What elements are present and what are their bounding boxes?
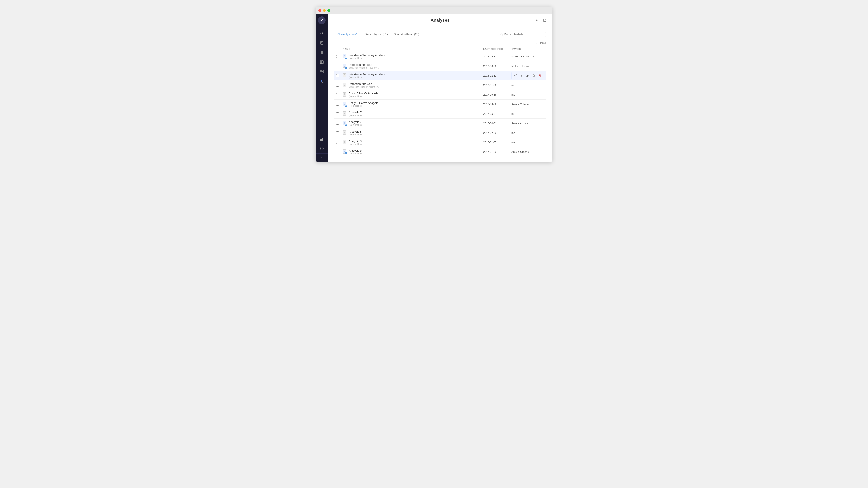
table-row[interactable]: Analysis 8 (No subtitle) 2017-02-03 me: [334, 128, 546, 138]
sidebar-item-dashboard[interactable]: [318, 68, 326, 75]
svg-rect-17: [320, 139, 321, 140]
row-date: 2017-02-03: [483, 131, 512, 134]
row-owner: me: [512, 93, 544, 96]
row-checkbox[interactable]: [336, 131, 343, 134]
doc-icon: [343, 102, 347, 107]
row-name-text: Workforce Summary Analysis (No subtitle): [349, 73, 385, 78]
table-row[interactable]: Emily O'Hara's Analysis (No subtitle) 20…: [334, 100, 546, 109]
row-name-text: Analysis 8 (No subtitle): [349, 149, 362, 155]
sidebar: V ?: [316, 14, 328, 162]
sidebar-item-help[interactable]: ?: [318, 145, 326, 153]
svg-line-44: [515, 76, 516, 76]
item-count: 51 items: [334, 41, 546, 44]
table-row[interactable]: Workforce Summary Analysis (No subtitle)…: [334, 71, 546, 80]
download-button[interactable]: [519, 73, 524, 78]
sidebar-item-list[interactable]: [318, 48, 326, 56]
page-title: Analyses: [431, 18, 450, 23]
row-checkbox[interactable]: [336, 103, 343, 106]
maximize-button[interactable]: [328, 9, 330, 12]
table-row[interactable]: Retention Analysis What is the rate of r…: [334, 61, 546, 71]
doc-icon: [343, 121, 347, 126]
row-checkbox[interactable]: [336, 93, 343, 96]
tab-all-analyses[interactable]: All Analyses (51): [334, 31, 362, 38]
svg-rect-11: [322, 62, 323, 64]
row-owner: me: [512, 131, 544, 134]
row-checkbox[interactable]: [336, 74, 343, 77]
table-row[interactable]: Emily O'Hara's Analysis (No subtitle) 20…: [334, 90, 546, 100]
content-area: All Analyses (51) Owned by me (31) Share…: [328, 27, 552, 162]
row-checkbox[interactable]: [336, 84, 343, 87]
row-name-text: Analysis 7 (No subtitle): [349, 111, 362, 117]
app-window: V ?: [316, 6, 552, 162]
page-header: Analyses +: [328, 14, 552, 27]
row-name-cell: Retention Analysis What is the rate of r…: [343, 63, 483, 69]
doc-icon: [343, 111, 347, 117]
search-input[interactable]: [504, 33, 544, 36]
svg-point-0: [320, 32, 323, 34]
tabs-row: All Analyses (51) Owned by me (31) Share…: [334, 31, 546, 38]
svg-line-43: [515, 75, 516, 75]
row-owner: Amelie Acosta: [512, 122, 544, 125]
table-row[interactable]: Analysis 9 (No subtitle) 2017-01-05 me: [334, 138, 546, 147]
row-date: 2017-08-08: [483, 103, 512, 106]
col-header-modified[interactable]: LAST MODIFIED ↑: [483, 48, 512, 50]
row-date: 2018-02-12: [483, 74, 512, 77]
tab-shared-with-me[interactable]: Shared with me (20): [391, 31, 422, 38]
row-name-cell: Analysis 8 (No subtitle): [343, 130, 483, 136]
sidebar-logo[interactable]: V: [318, 17, 326, 24]
row-name-text: Analysis 8 (No subtitle): [349, 130, 362, 136]
titlebar: [316, 6, 552, 14]
table-row[interactable]: Analysis 7 (No subtitle) 2017-05-01 me: [334, 109, 546, 119]
row-date: 2017-05-01: [483, 112, 512, 116]
row-checkbox[interactable]: [336, 55, 343, 58]
minimize-button[interactable]: [323, 9, 326, 12]
tabs: All Analyses (51) Owned by me (31) Share…: [334, 31, 422, 38]
delete-button[interactable]: [537, 73, 542, 78]
edit-button[interactable]: [525, 73, 530, 78]
row-name-cell: Analysis 8 (No subtitle): [343, 149, 483, 155]
table-row[interactable]: Analysis 8 (No subtitle) 2017-01-03 Amel…: [334, 147, 546, 157]
main-content: Analyses + All Analyses (51) Owned by me…: [328, 14, 552, 162]
sidebar-item-book[interactable]: [318, 39, 326, 47]
col-header-checkbox: [336, 48, 343, 50]
row-date: 2018-05-12: [483, 55, 512, 58]
row-checkbox[interactable]: [336, 151, 343, 153]
row-name-text: Analysis 7 (No subtitle): [349, 120, 362, 126]
copy-button[interactable]: [531, 73, 536, 78]
table-row[interactable]: Analysis 7 (No subtitle) 2017-04-01 Amel…: [334, 119, 546, 128]
row-owner: Amelie Greene: [512, 151, 544, 154]
row-checkbox[interactable]: [336, 122, 343, 125]
sidebar-item-analytics[interactable]: [318, 135, 326, 143]
row-owner: me: [512, 112, 544, 116]
row-date: 2018-01-02: [483, 84, 512, 87]
svg-text:?: ?: [321, 148, 323, 150]
sidebar-collapse-button[interactable]: [316, 153, 328, 160]
row-date: 2017-01-05: [483, 141, 512, 144]
search-box: [498, 32, 546, 37]
export-button[interactable]: [542, 18, 548, 24]
table-row[interactable]: Workforce Summary Analysis (No subtitle)…: [334, 52, 546, 61]
sidebar-bottom: ?: [316, 134, 328, 160]
svg-point-24: [501, 33, 502, 35]
row-checkbox[interactable]: [336, 112, 343, 115]
row-date: 2017-04-01: [483, 122, 512, 125]
svg-rect-8: [320, 61, 321, 62]
row-date: 2017-01-03: [483, 151, 512, 154]
svg-point-41: [514, 75, 515, 76]
share-button[interactable]: [513, 73, 518, 78]
header-actions: +: [534, 18, 548, 24]
table-row[interactable]: Retention Analysis What is the rate of r…: [334, 80, 546, 90]
row-owner: Melisent Ibarra: [512, 65, 544, 68]
sidebar-item-grid[interactable]: [318, 58, 326, 66]
col-header-name: NAME: [343, 48, 483, 50]
row-checkbox[interactable]: [336, 141, 343, 144]
sidebar-item-search[interactable]: [318, 30, 326, 37]
svg-point-42: [516, 76, 517, 77]
add-analysis-button[interactable]: +: [534, 18, 540, 24]
sidebar-item-layers[interactable]: [318, 77, 326, 85]
svg-rect-49: [533, 75, 534, 76]
tab-owned-by-me[interactable]: Owned by me (31): [362, 31, 391, 38]
close-button[interactable]: [318, 9, 321, 12]
row-name-text: Emily O'Hara's Analysis (No subtitle): [349, 92, 378, 98]
row-checkbox[interactable]: [336, 65, 343, 67]
